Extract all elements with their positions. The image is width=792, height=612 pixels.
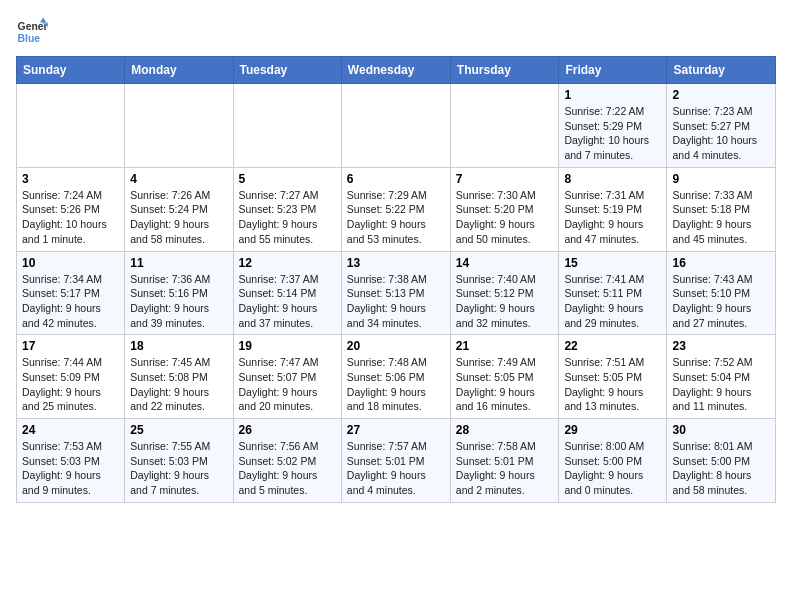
day-info: Sunrise: 7:38 AM Sunset: 5:13 PM Dayligh… [347, 272, 445, 331]
day-number: 8 [564, 172, 661, 186]
day-info: Sunrise: 7:34 AM Sunset: 5:17 PM Dayligh… [22, 272, 119, 331]
weekday-header: Monday [125, 57, 233, 84]
day-info: Sunrise: 7:22 AM Sunset: 5:29 PM Dayligh… [564, 104, 661, 163]
day-number: 19 [239, 339, 336, 353]
day-number: 23 [672, 339, 770, 353]
day-info: Sunrise: 7:48 AM Sunset: 5:06 PM Dayligh… [347, 355, 445, 414]
day-number: 20 [347, 339, 445, 353]
day-number: 7 [456, 172, 554, 186]
svg-text:Blue: Blue [18, 33, 41, 44]
day-info: Sunrise: 7:27 AM Sunset: 5:23 PM Dayligh… [239, 188, 336, 247]
day-number: 28 [456, 423, 554, 437]
calendar-cell: 20Sunrise: 7:48 AM Sunset: 5:06 PM Dayli… [341, 335, 450, 419]
day-number: 26 [239, 423, 336, 437]
day-info: Sunrise: 7:45 AM Sunset: 5:08 PM Dayligh… [130, 355, 227, 414]
day-number: 2 [672, 88, 770, 102]
calendar-cell [341, 84, 450, 168]
calendar-cell: 29Sunrise: 8:00 AM Sunset: 5:00 PM Dayli… [559, 419, 667, 503]
day-info: Sunrise: 7:29 AM Sunset: 5:22 PM Dayligh… [347, 188, 445, 247]
day-info: Sunrise: 7:31 AM Sunset: 5:19 PM Dayligh… [564, 188, 661, 247]
day-info: Sunrise: 7:41 AM Sunset: 5:11 PM Dayligh… [564, 272, 661, 331]
calendar-cell: 18Sunrise: 7:45 AM Sunset: 5:08 PM Dayli… [125, 335, 233, 419]
calendar-cell: 8Sunrise: 7:31 AM Sunset: 5:19 PM Daylig… [559, 167, 667, 251]
calendar-cell: 13Sunrise: 7:38 AM Sunset: 5:13 PM Dayli… [341, 251, 450, 335]
calendar-cell: 4Sunrise: 7:26 AM Sunset: 5:24 PM Daylig… [125, 167, 233, 251]
day-info: Sunrise: 7:26 AM Sunset: 5:24 PM Dayligh… [130, 188, 227, 247]
day-info: Sunrise: 7:37 AM Sunset: 5:14 PM Dayligh… [239, 272, 336, 331]
calendar-cell: 10Sunrise: 7:34 AM Sunset: 5:17 PM Dayli… [17, 251, 125, 335]
day-info: Sunrise: 7:51 AM Sunset: 5:05 PM Dayligh… [564, 355, 661, 414]
calendar-week-row: 24Sunrise: 7:53 AM Sunset: 5:03 PM Dayli… [17, 419, 776, 503]
day-number: 10 [22, 256, 119, 270]
day-info: Sunrise: 7:49 AM Sunset: 5:05 PM Dayligh… [456, 355, 554, 414]
day-number: 9 [672, 172, 770, 186]
day-number: 3 [22, 172, 119, 186]
day-info: Sunrise: 7:24 AM Sunset: 5:26 PM Dayligh… [22, 188, 119, 247]
day-number: 14 [456, 256, 554, 270]
calendar-week-row: 3Sunrise: 7:24 AM Sunset: 5:26 PM Daylig… [17, 167, 776, 251]
calendar-cell: 14Sunrise: 7:40 AM Sunset: 5:12 PM Dayli… [450, 251, 559, 335]
calendar-table: SundayMondayTuesdayWednesdayThursdayFrid… [16, 56, 776, 503]
weekday-header: Wednesday [341, 57, 450, 84]
calendar-cell: 6Sunrise: 7:29 AM Sunset: 5:22 PM Daylig… [341, 167, 450, 251]
calendar-cell [450, 84, 559, 168]
calendar-cell: 16Sunrise: 7:43 AM Sunset: 5:10 PM Dayli… [667, 251, 776, 335]
weekday-header: Saturday [667, 57, 776, 84]
day-info: Sunrise: 7:30 AM Sunset: 5:20 PM Dayligh… [456, 188, 554, 247]
day-number: 22 [564, 339, 661, 353]
page-header: General Blue [16, 16, 776, 48]
calendar-cell: 5Sunrise: 7:27 AM Sunset: 5:23 PM Daylig… [233, 167, 341, 251]
weekday-header: Tuesday [233, 57, 341, 84]
day-number: 29 [564, 423, 661, 437]
day-info: Sunrise: 8:00 AM Sunset: 5:00 PM Dayligh… [564, 439, 661, 498]
day-info: Sunrise: 7:47 AM Sunset: 5:07 PM Dayligh… [239, 355, 336, 414]
day-number: 18 [130, 339, 227, 353]
day-number: 25 [130, 423, 227, 437]
calendar-cell [233, 84, 341, 168]
calendar-cell: 11Sunrise: 7:36 AM Sunset: 5:16 PM Dayli… [125, 251, 233, 335]
day-number: 15 [564, 256, 661, 270]
calendar-cell: 17Sunrise: 7:44 AM Sunset: 5:09 PM Dayli… [17, 335, 125, 419]
weekday-header: Thursday [450, 57, 559, 84]
weekday-header: Sunday [17, 57, 125, 84]
day-info: Sunrise: 7:23 AM Sunset: 5:27 PM Dayligh… [672, 104, 770, 163]
logo: General Blue [16, 16, 52, 48]
day-info: Sunrise: 7:36 AM Sunset: 5:16 PM Dayligh… [130, 272, 227, 331]
day-number: 6 [347, 172, 445, 186]
day-number: 5 [239, 172, 336, 186]
day-info: Sunrise: 8:01 AM Sunset: 5:00 PM Dayligh… [672, 439, 770, 498]
day-info: Sunrise: 7:43 AM Sunset: 5:10 PM Dayligh… [672, 272, 770, 331]
calendar-cell: 28Sunrise: 7:58 AM Sunset: 5:01 PM Dayli… [450, 419, 559, 503]
day-info: Sunrise: 7:52 AM Sunset: 5:04 PM Dayligh… [672, 355, 770, 414]
day-info: Sunrise: 7:56 AM Sunset: 5:02 PM Dayligh… [239, 439, 336, 498]
day-number: 16 [672, 256, 770, 270]
calendar-cell: 9Sunrise: 7:33 AM Sunset: 5:18 PM Daylig… [667, 167, 776, 251]
calendar-cell: 30Sunrise: 8:01 AM Sunset: 5:00 PM Dayli… [667, 419, 776, 503]
calendar-cell [125, 84, 233, 168]
day-info: Sunrise: 7:58 AM Sunset: 5:01 PM Dayligh… [456, 439, 554, 498]
day-info: Sunrise: 7:55 AM Sunset: 5:03 PM Dayligh… [130, 439, 227, 498]
calendar-cell: 3Sunrise: 7:24 AM Sunset: 5:26 PM Daylig… [17, 167, 125, 251]
calendar-cell: 15Sunrise: 7:41 AM Sunset: 5:11 PM Dayli… [559, 251, 667, 335]
day-info: Sunrise: 7:33 AM Sunset: 5:18 PM Dayligh… [672, 188, 770, 247]
day-number: 21 [456, 339, 554, 353]
calendar-cell: 1Sunrise: 7:22 AM Sunset: 5:29 PM Daylig… [559, 84, 667, 168]
calendar-week-row: 10Sunrise: 7:34 AM Sunset: 5:17 PM Dayli… [17, 251, 776, 335]
calendar-cell: 25Sunrise: 7:55 AM Sunset: 5:03 PM Dayli… [125, 419, 233, 503]
weekday-header: Friday [559, 57, 667, 84]
day-number: 27 [347, 423, 445, 437]
calendar-cell: 22Sunrise: 7:51 AM Sunset: 5:05 PM Dayli… [559, 335, 667, 419]
calendar-cell: 23Sunrise: 7:52 AM Sunset: 5:04 PM Dayli… [667, 335, 776, 419]
day-info: Sunrise: 7:40 AM Sunset: 5:12 PM Dayligh… [456, 272, 554, 331]
calendar-cell: 27Sunrise: 7:57 AM Sunset: 5:01 PM Dayli… [341, 419, 450, 503]
day-number: 17 [22, 339, 119, 353]
day-number: 4 [130, 172, 227, 186]
day-number: 11 [130, 256, 227, 270]
day-number: 12 [239, 256, 336, 270]
calendar-cell: 2Sunrise: 7:23 AM Sunset: 5:27 PM Daylig… [667, 84, 776, 168]
calendar-cell: 24Sunrise: 7:53 AM Sunset: 5:03 PM Dayli… [17, 419, 125, 503]
calendar-week-row: 1Sunrise: 7:22 AM Sunset: 5:29 PM Daylig… [17, 84, 776, 168]
day-info: Sunrise: 7:57 AM Sunset: 5:01 PM Dayligh… [347, 439, 445, 498]
day-number: 1 [564, 88, 661, 102]
calendar-cell: 12Sunrise: 7:37 AM Sunset: 5:14 PM Dayli… [233, 251, 341, 335]
